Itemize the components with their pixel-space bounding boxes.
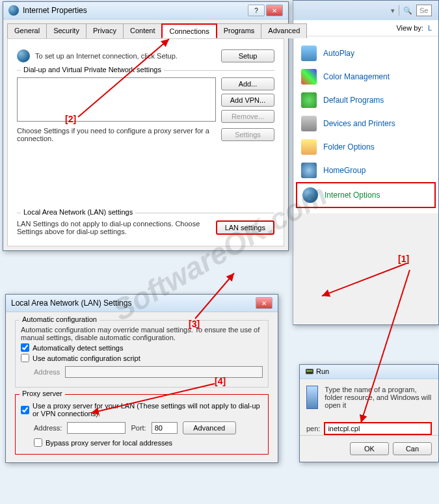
proxy-port-input[interactable] <box>152 422 178 434</box>
run-body: Type the name of a program, folder resou… <box>300 379 438 416</box>
lan-settings-button[interactable]: LAN settings <box>216 220 274 235</box>
auto-config-title: Automatic configuration <box>20 315 100 323</box>
cp-item-internet-options[interactable]: Internet Options <box>296 182 436 208</box>
search-input[interactable]: Se <box>416 5 432 16</box>
cp-item-color[interactable]: Color Management <box>296 65 436 88</box>
run-text: Type the name of a program, folder resou… <box>325 386 432 409</box>
ok-button[interactable]: OK <box>350 442 389 455</box>
control-panel-window: ▾ 🔍 Se View by: L AutoPlay Color Managem… <box>293 0 439 325</box>
search-icon[interactable]: 🔍 <box>403 7 412 15</box>
cancel-button[interactable]: Can <box>393 442 432 455</box>
tab-connections[interactable]: Connections <box>161 23 217 38</box>
tab-security[interactable]: Security <box>46 23 86 38</box>
run-icon <box>306 386 318 409</box>
lan-titlebar: Local Area Network (LAN) Settings ✕ <box>6 295 278 312</box>
run-buttons: OK Can <box>300 435 438 462</box>
proxy-group-title: Proxy server <box>20 390 65 397</box>
auto-script-checkbox[interactable]: Use automatic configuration script <box>21 354 263 362</box>
run-open-row: pen: <box>300 422 438 435</box>
script-address-input <box>65 366 263 378</box>
tabs: General Security Privacy Content Connect… <box>3 20 288 38</box>
viewby-label: View by: <box>396 24 423 32</box>
help-button[interactable]: ? <box>248 5 265 16</box>
choose-text: Choose Settings if you need to configure… <box>17 127 216 142</box>
cp-item-default-programs[interactable]: Default Programs <box>296 88 436 112</box>
cp-item-autoplay[interactable]: AutoPlay <box>296 42 436 65</box>
run-window: 📟 Run Type the name of a program, folder… <box>299 364 439 462</box>
cp-item-devices[interactable]: Devices and Printers <box>296 112 436 135</box>
tab-programs[interactable]: Programs <box>217 23 262 38</box>
lan-close-button[interactable]: ✕ <box>256 297 273 309</box>
proxy-address-input[interactable] <box>67 422 126 434</box>
lan-body: Automatic configuration Automatic config… <box>6 312 278 462</box>
control-panel-list: AutoPlay Color Management Default Progra… <box>293 36 438 213</box>
remove-button[interactable]: Remove... <box>221 110 274 123</box>
tab-privacy[interactable]: Privacy <box>86 23 124 38</box>
auto-detect-checkbox[interactable]: Automatically detect settings <box>21 343 263 352</box>
lan-group: Local Area Network (LAN) settings LAN Se… <box>17 213 274 235</box>
dialog-body: To set up an Internet connection, click … <box>7 38 284 246</box>
tab-content[interactable]: Content <box>123 23 163 38</box>
advanced-button[interactable]: Advanced <box>183 421 236 434</box>
cp-item-homegroup[interactable]: HomeGroup <box>296 159 436 182</box>
settings-button[interactable]: Settings <box>221 128 274 141</box>
run-titlebar: 📟 Run <box>300 365 438 379</box>
titlebar: Internet Properties ? ✕ <box>3 2 288 20</box>
proxy-address-label: Address: <box>34 424 62 432</box>
dialup-group: Dial-up and Virtual Private Network sett… <box>17 70 274 142</box>
use-proxy-checkbox[interactable]: Use a proxy server for your LAN (These s… <box>21 402 263 418</box>
window-title: Internet Properties <box>23 6 248 15</box>
internet-properties-window: Internet Properties ? ✕ General Security… <box>3 1 289 251</box>
setup-icon <box>17 49 30 62</box>
globe-icon <box>8 5 19 16</box>
auto-config-group: Automatic configuration Automatic config… <box>15 320 269 388</box>
auto-config-text: Automatic configuration may override man… <box>21 326 263 341</box>
dialup-group-title: Dial-up and Virtual Private Network sett… <box>21 66 164 73</box>
setup-text: To set up an Internet connection, click … <box>35 52 216 60</box>
lan-settings-window: Local Area Network (LAN) Settings ✕ Auto… <box>5 294 278 463</box>
run-input[interactable] <box>324 422 432 435</box>
add-vpn-button[interactable]: Add VPN... <box>221 94 274 107</box>
lan-title: Local Area Network (LAN) Settings <box>11 298 256 308</box>
run-title: 📟 Run <box>305 367 433 376</box>
lan-group-title: Local Area Network (LAN) settings <box>21 208 135 216</box>
add-button[interactable]: Add... <box>221 77 274 90</box>
toolbar: ▾ 🔍 Se <box>293 1 438 20</box>
proxy-port-label: Port: <box>131 424 146 432</box>
setup-button[interactable]: Setup <box>221 49 274 62</box>
viewby-value[interactable]: L <box>428 24 432 32</box>
tab-general[interactable]: General <box>7 23 47 38</box>
address-label: Address <box>34 368 60 376</box>
lan-text: LAN Settings do not apply to dial-up con… <box>17 220 211 235</box>
proxy-group: Proxy server Use a proxy server for your… <box>15 394 269 455</box>
connections-listbox[interactable] <box>17 77 216 122</box>
viewby-row: View by: L <box>293 20 438 36</box>
cp-item-folder-options[interactable]: Folder Options <box>296 135 436 159</box>
close-button[interactable]: ✕ <box>266 5 283 16</box>
bypass-checkbox[interactable]: Bypass proxy server for local addresses <box>34 438 263 447</box>
open-label: pen: <box>306 425 320 432</box>
tab-advanced[interactable]: Advanced <box>261 23 307 38</box>
